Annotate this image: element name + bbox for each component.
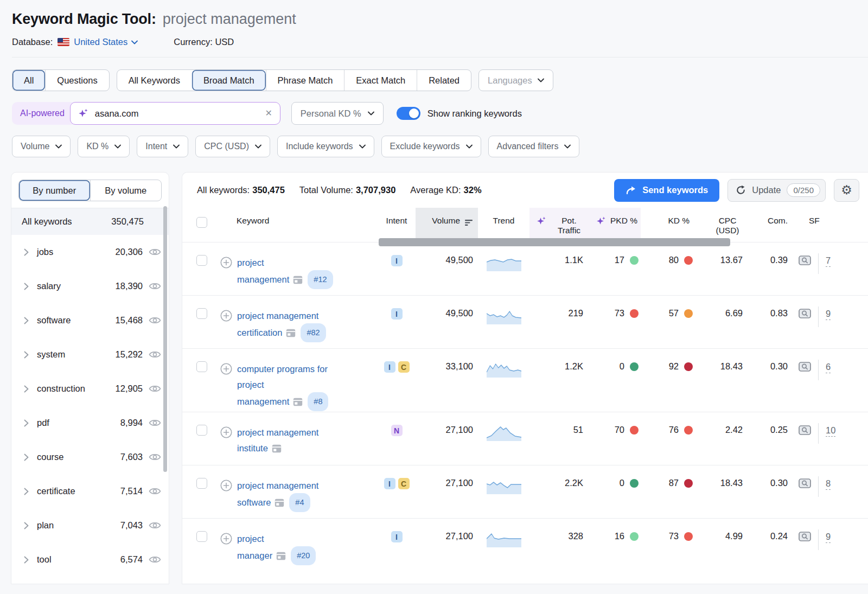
sf-value[interactable]: 6 xyxy=(826,361,831,373)
keyword-serp-icon[interactable] xyxy=(293,398,303,408)
filter-volume[interactable]: Volume xyxy=(12,136,71,157)
tab-exact-match[interactable]: Exact Match xyxy=(344,70,417,91)
tab-all[interactable]: All xyxy=(12,70,45,91)
kd-value: 92 xyxy=(669,361,679,372)
languages-dropdown[interactable]: Languages xyxy=(478,69,553,91)
eye-icon[interactable] xyxy=(149,521,161,530)
sf-value[interactable]: 9 xyxy=(826,308,831,320)
select-all-checkbox[interactable] xyxy=(196,217,207,228)
add-keyword-icon[interactable] xyxy=(220,426,232,465)
sidebar-group-system[interactable]: system15,292 xyxy=(11,337,169,372)
filter-advanced-filters[interactable]: Advanced filters xyxy=(488,136,580,157)
col-com[interactable]: Com. xyxy=(749,208,792,242)
sidebar-sort-tabs: By numberBy volume xyxy=(18,180,162,201)
row-checkbox[interactable] xyxy=(196,255,207,266)
add-keyword-icon[interactable] xyxy=(220,533,232,571)
col-pkd[interactable]: PKD % xyxy=(586,208,641,242)
tab-questions[interactable]: Questions xyxy=(45,70,108,91)
col-kd[interactable]: KD % xyxy=(641,208,695,242)
send-keywords-button[interactable]: Send keywords xyxy=(614,179,719,202)
eye-icon[interactable] xyxy=(149,350,161,359)
eye-icon[interactable] xyxy=(149,452,161,462)
col-trend[interactable]: Trend xyxy=(478,208,529,242)
eye-icon[interactable] xyxy=(149,487,161,496)
sidebar-group-construction[interactable]: construction12,905 xyxy=(11,372,169,406)
rank-badge[interactable]: #82 xyxy=(301,323,326,342)
serp-features-icon[interactable] xyxy=(799,532,811,542)
serp-features-icon[interactable] xyxy=(799,256,811,266)
row-checkbox[interactable] xyxy=(196,308,207,319)
filter-cpc-usd[interactable]: CPC (USD) xyxy=(195,136,270,157)
add-keyword-icon[interactable] xyxy=(220,310,232,348)
sidebar-group-plan[interactable]: plan7,043 xyxy=(11,508,169,542)
sf-value[interactable]: 9 xyxy=(826,531,831,543)
serp-features-icon[interactable] xyxy=(799,309,811,319)
filter-kd[interactable]: KD % xyxy=(78,136,130,157)
tab-broad-match[interactable]: Broad Match xyxy=(192,70,266,91)
sidebar-sort-by-number[interactable]: By number xyxy=(19,180,90,201)
keyword-serp-icon[interactable] xyxy=(276,552,286,562)
sidebar-sort-by-volume[interactable]: By volume xyxy=(90,180,162,201)
tab-phrase-match[interactable]: Phrase Match xyxy=(266,70,344,91)
tab-all-keywords[interactable]: All Keywords xyxy=(117,70,192,91)
all-keywords-row[interactable]: All keywords 350,475 xyxy=(11,208,169,235)
sidebar-scrollbar[interactable] xyxy=(163,206,167,472)
show-ranking-keywords-toggle[interactable] xyxy=(397,107,420,120)
personal-kd-dropdown[interactable]: Personal KD % xyxy=(291,102,384,125)
eye-icon[interactable] xyxy=(149,384,161,393)
com-value: 0.30 xyxy=(749,465,792,518)
col-keyword[interactable]: Keyword xyxy=(220,208,378,242)
col-cpc[interactable]: CPC (USD) xyxy=(695,208,749,242)
sidebar-group-course[interactable]: course7,603 xyxy=(11,440,169,474)
keyword-link[interactable]: projectmanagement xyxy=(237,258,289,284)
keyword-serp-icon[interactable] xyxy=(293,276,303,286)
eye-icon[interactable] xyxy=(149,555,161,564)
row-checkbox[interactable] xyxy=(196,361,207,372)
filter-intent[interactable]: Intent xyxy=(137,136,188,157)
sidebar-group-salary[interactable]: salary18,390 xyxy=(11,269,169,303)
rank-badge[interactable]: #8 xyxy=(308,392,328,411)
col-pot-traffic[interactable]: Pot. Traffic xyxy=(529,208,586,242)
rank-badge[interactable]: #20 xyxy=(291,546,316,565)
row-checkbox[interactable] xyxy=(196,531,207,542)
row-checkbox[interactable] xyxy=(196,425,207,436)
eye-icon[interactable] xyxy=(149,282,161,291)
serp-features-icon[interactable] xyxy=(799,362,811,372)
filter-exclude-keywords[interactable]: Exclude keywords xyxy=(381,136,481,157)
serp-features-icon[interactable] xyxy=(799,425,811,436)
row-checkbox[interactable] xyxy=(196,478,207,489)
update-button[interactable]: Update 0/250 xyxy=(727,179,826,202)
sidebar-group-pdf[interactable]: pdf8,994 xyxy=(11,406,169,440)
col-volume[interactable]: Volume xyxy=(416,208,478,242)
rank-badge[interactable]: #4 xyxy=(289,493,310,512)
keyword-link[interactable]: projectmanager xyxy=(237,534,272,560)
serp-features-icon[interactable] xyxy=(799,478,811,489)
clear-search-icon[interactable]: ✕ xyxy=(265,109,272,118)
sf-value[interactable]: 8 xyxy=(826,478,831,490)
keyword-serp-icon[interactable] xyxy=(272,445,282,455)
eye-icon[interactable] xyxy=(149,247,161,257)
filter-include-keywords[interactable]: Include keywords xyxy=(277,136,374,157)
horizontal-scrollbar[interactable] xyxy=(379,238,730,246)
eye-icon[interactable] xyxy=(149,316,161,325)
add-keyword-icon[interactable] xyxy=(220,363,232,412)
intent-badge-i: I xyxy=(391,255,403,266)
keyword-serp-icon[interactable] xyxy=(275,499,284,509)
sidebar-group-certificate[interactable]: certificate7,514 xyxy=(11,474,169,508)
rank-badge[interactable]: #12 xyxy=(308,270,333,289)
add-keyword-icon[interactable] xyxy=(220,257,232,295)
database-selector[interactable]: United States xyxy=(74,37,138,47)
table-settings-button[interactable]: ⚙ xyxy=(834,179,859,202)
sf-value[interactable]: 10 xyxy=(826,425,835,437)
keyword-serp-icon[interactable] xyxy=(286,329,296,339)
tab-related[interactable]: Related xyxy=(417,70,471,91)
col-sf[interactable]: SF xyxy=(792,208,868,242)
sidebar-group-software[interactable]: software15,468 xyxy=(11,303,169,337)
sf-value[interactable]: 7 xyxy=(826,255,831,267)
eye-icon[interactable] xyxy=(149,418,161,427)
sidebar-group-jobs[interactable]: jobs20,306 xyxy=(11,235,169,269)
add-keyword-icon[interactable] xyxy=(220,480,232,518)
domain-search-input[interactable]: asana.com ✕ xyxy=(70,102,280,125)
sidebar-group-tool[interactable]: tool6,574 xyxy=(11,542,169,577)
col-intent[interactable]: Intent xyxy=(378,208,416,242)
